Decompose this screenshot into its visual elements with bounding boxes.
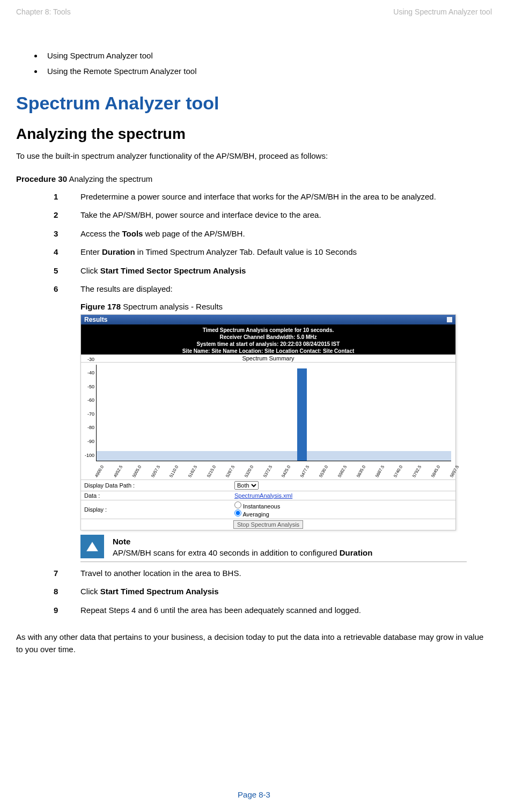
stop-spectrum-analysis-button[interactable]: Stop Spectrum Analysis: [233, 520, 303, 529]
y-tick-label: -80: [83, 425, 94, 430]
y-tick-label: -70: [83, 411, 94, 417]
step-text: web page of the AP/SM/BH.: [143, 229, 245, 238]
stop-button-row: Stop Spectrum Analysis: [81, 519, 455, 530]
heading-spectrum-analyzer-tool: Spectrum Analyzer tool: [16, 93, 492, 114]
x-tick-label: 5320.0: [244, 464, 254, 478]
spectrum-summary-label: Spectrum Summary: [81, 355, 455, 363]
x-tick-label: 5740.0: [393, 464, 404, 478]
step-text: Click: [80, 587, 100, 596]
intro-bullets: Using Spectrum Analyzer tool Using the R…: [16, 48, 492, 79]
x-tick-label: 5687.5: [374, 464, 385, 478]
step-text: Click: [80, 266, 100, 275]
bullet-item: Using Spectrum Analyzer tool: [43, 48, 492, 64]
step-body: Access the Tools web page of the AP/SM/B…: [80, 228, 492, 240]
step-number: 3: [54, 228, 80, 240]
step-text: The results are displayed:: [80, 284, 173, 293]
step-body: Predetermine a power source and interfac…: [80, 191, 492, 203]
heading-analyzing-the-spectrum: Analyzing the spectrum: [16, 126, 492, 143]
x-tick-label: 4952.5: [113, 464, 123, 478]
results-title: Results: [84, 316, 107, 323]
link-spectrum-analysis-xml[interactable]: SpectrumAnalysis.xml: [234, 492, 292, 499]
step-number: 8: [54, 586, 80, 598]
y-tick-label: -50: [83, 384, 94, 389]
y-tick-label: -90: [83, 439, 94, 444]
row-data: Data : SpectrumAnalysis.xml: [81, 491, 455, 500]
caret-up-icon: [85, 540, 99, 553]
step-text: Enter: [80, 247, 102, 256]
label-display-data-path: Display Data Path :: [81, 481, 231, 490]
y-tick-label: -60: [83, 397, 94, 403]
x-tick-label: 4900.0: [94, 464, 105, 478]
step-body: Travel to another location in the area t…: [80, 567, 492, 580]
x-tick-label: 5110.0: [168, 464, 179, 478]
x-tick-label: 5477.5: [299, 464, 310, 478]
x-tick-label: 5215.0: [206, 464, 217, 478]
closing-paragraph: As with any other data that pertains to …: [16, 631, 492, 655]
radio-averaging-label[interactable]: Averaging: [234, 511, 269, 518]
step-number: 9: [54, 604, 80, 617]
step-row: 2 Take the AP/SM/BH, power source and in…: [16, 209, 492, 222]
step-body: Enter Duration in Timed Spectrum Analyze…: [80, 246, 492, 259]
step-row: 5 Click Start Timed Sector Spectrum Anal…: [16, 265, 492, 277]
step-text: in Timed Spectrum Analyzer Tab. Default …: [135, 247, 357, 256]
bullet-item: Using the Remote Spectrum Analyzer tool: [43, 64, 492, 79]
step-text: Travel to another location in the area t…: [80, 569, 241, 578]
step-row: 1 Predetermine a power source and interf…: [16, 191, 492, 203]
note-body-bold: Duration: [340, 548, 373, 557]
radio-text: Averaging: [242, 511, 269, 518]
x-tick-label: 5530.0: [318, 464, 329, 478]
step-bold: Tools: [122, 229, 143, 238]
intro-paragraph: To use the built-in spectrum analyzer fu…: [16, 150, 492, 163]
procedure-steps-cont: 7 Travel to another location in the area…: [16, 567, 492, 617]
row-display-data-path: Display Data Path : Both: [81, 479, 455, 491]
step-text: Take the AP/SM/BH, power source and inte…: [80, 210, 321, 219]
step-body: Click Start Timed Spectrum Analysis: [80, 586, 492, 598]
x-tick-label: 5425.0: [281, 464, 292, 478]
note-heading: Note: [113, 536, 372, 547]
status-line: System time at start of analysis: 20:22:…: [83, 341, 453, 348]
radio-averaging[interactable]: [234, 510, 241, 516]
step-text: Predetermine a power source and interfac…: [80, 192, 436, 201]
step-number: 5: [54, 265, 80, 277]
y-tick-label: -40: [83, 370, 94, 375]
step-row: 3 Access the Tools web page of the AP/SM…: [16, 228, 492, 240]
x-tick-label: 5005.0: [131, 464, 142, 478]
figure-number: Figure 178: [80, 302, 121, 311]
step-bold: Start Timed Sector Spectrum Analysis: [100, 266, 246, 275]
header-left: Chapter 8: Tools: [16, 8, 71, 16]
figure-caption: Figure 178 Spectrum analysis - Results: [16, 302, 492, 311]
step-number: 2: [54, 209, 80, 222]
figure-title: Spectrum analysis - Results: [121, 302, 223, 311]
row-display: Display : Instantaneous Averaging: [81, 500, 455, 519]
x-tick-label: 5635.0: [356, 464, 366, 478]
x-tick-label: 5897.5: [449, 464, 460, 478]
radio-instantaneous-label[interactable]: Instantaneous: [234, 503, 280, 510]
header-right: Using Spectrum Analyzer tool: [393, 8, 492, 16]
step-row: 9 Repeat Steps 4 and 6 until the area ha…: [16, 604, 492, 617]
spectrum-chart: -30-40-50-60-70-80-90-100 4900.04952.550…: [81, 363, 455, 479]
collapse-icon[interactable]: [447, 317, 452, 322]
step-body: Click Start Timed Sector Spectrum Analys…: [80, 265, 492, 277]
x-tick-label: 5162.5: [187, 464, 198, 478]
step-bold: Start Timed Spectrum Analysis: [100, 587, 219, 596]
x-tick-label: 5582.5: [337, 464, 348, 478]
status-line: Receiver Channel Bandwidth: 5.0 MHz: [83, 334, 453, 341]
x-tick-label: 5267.5: [225, 464, 235, 478]
step-number: 1: [54, 191, 80, 203]
results-status-text: Timed Spectrum Analysis complete for 10 …: [81, 324, 455, 355]
note-text: Note AP/SM/BH scans for extra 40 seconds…: [113, 535, 372, 558]
x-tick-label: 5845.0: [430, 464, 441, 478]
step-body: The results are displayed:: [80, 283, 492, 296]
chart-x-axis: 4900.04952.55005.05057.55110.05162.55215…: [96, 461, 451, 479]
results-panel: Results Timed Spectrum Analysis complete…: [80, 314, 456, 530]
label-data: Data :: [81, 491, 231, 500]
step-body: Take the AP/SM/BH, power source and inte…: [80, 209, 492, 222]
procedure-number: Procedure 30: [16, 174, 67, 183]
y-tick-label: -100: [83, 453, 94, 458]
select-display-data-path[interactable]: Both: [234, 481, 259, 490]
procedure-label: Procedure 30 Analyzing the spectrum: [16, 174, 492, 183]
radio-instantaneous[interactable]: [234, 501, 241, 508]
page-header: Chapter 8: Tools Using Spectrum Analyzer…: [16, 0, 492, 16]
y-tick-label: -30: [83, 357, 94, 362]
status-line: Site Name: Site Name Location: Site Loca…: [83, 348, 453, 355]
